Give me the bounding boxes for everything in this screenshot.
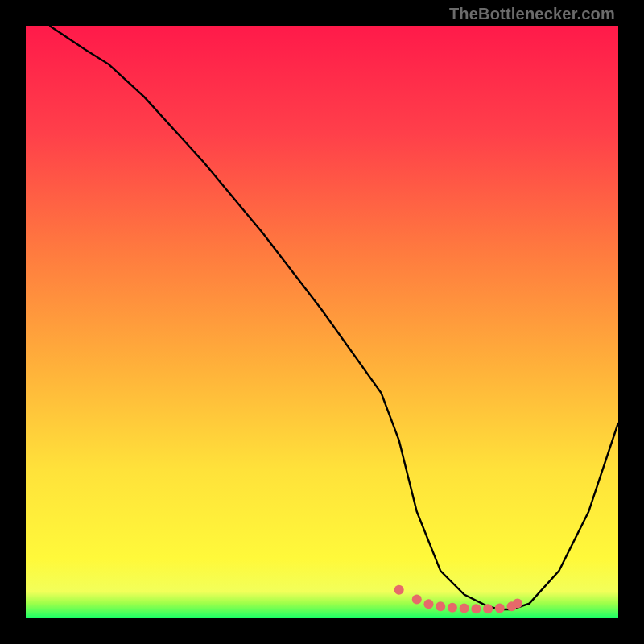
gradient-background xyxy=(26,26,618,618)
chart-frame xyxy=(26,26,618,618)
marker-dot xyxy=(394,585,404,595)
marker-dot xyxy=(423,599,433,609)
marker-dot xyxy=(495,603,505,613)
marker-dot xyxy=(471,604,481,613)
marker-dot xyxy=(412,594,422,604)
marker-dot xyxy=(436,601,445,611)
marker-dot xyxy=(513,599,522,609)
chart-plot xyxy=(26,26,618,618)
marker-dot xyxy=(483,604,493,613)
watermark-text: TheBottlenecker.com xyxy=(449,5,615,23)
marker-dot xyxy=(448,603,457,613)
marker-dot xyxy=(460,603,469,613)
